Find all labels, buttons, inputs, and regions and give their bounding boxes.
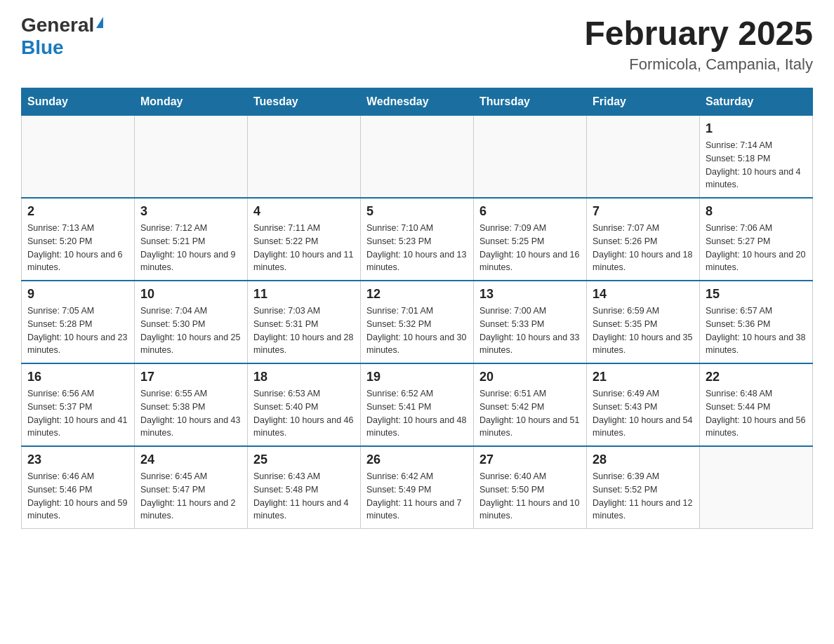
day-info: Sunrise: 7:07 AMSunset: 5:26 PMDaylight:…	[593, 222, 694, 274]
calendar-cell: 3Sunrise: 7:12 AMSunset: 5:21 PMDaylight…	[135, 198, 248, 281]
day-number: 20	[479, 370, 581, 384]
calendar-cell: 15Sunrise: 6:57 AMSunset: 5:36 PMDayligh…	[700, 281, 813, 363]
day-info: Sunrise: 6:52 AMSunset: 5:41 PMDaylight:…	[366, 387, 468, 440]
day-info: Sunrise: 6:49 AMSunset: 5:43 PMDaylight:…	[593, 387, 694, 440]
calendar-cell: 23Sunrise: 6:46 AMSunset: 5:46 PMDayligh…	[22, 446, 135, 529]
day-number: 26	[366, 452, 468, 467]
day-info: Sunrise: 7:04 AMSunset: 5:30 PMDaylight:…	[140, 304, 241, 357]
calendar-cell: 24Sunrise: 6:45 AMSunset: 5:47 PMDayligh…	[135, 446, 248, 529]
day-info: Sunrise: 6:51 AMSunset: 5:42 PMDaylight:…	[479, 387, 581, 440]
day-info: Sunrise: 7:06 AMSunset: 5:27 PMDaylight:…	[706, 222, 807, 274]
calendar-cell: 28Sunrise: 6:39 AMSunset: 5:52 PMDayligh…	[587, 446, 700, 529]
day-info: Sunrise: 7:12 AMSunset: 5:21 PMDaylight:…	[140, 222, 241, 274]
day-number: 2	[27, 204, 128, 219]
calendar-week-3: 9Sunrise: 7:05 AMSunset: 5:28 PMDaylight…	[22, 281, 813, 363]
col-thursday: Thursday	[474, 88, 587, 116]
calendar-cell: 22Sunrise: 6:48 AMSunset: 5:44 PMDayligh…	[700, 363, 813, 446]
day-number: 9	[27, 287, 128, 302]
day-info: Sunrise: 6:55 AMSunset: 5:38 PMDaylight:…	[140, 387, 241, 440]
day-info: Sunrise: 6:43 AMSunset: 5:48 PMDaylight:…	[253, 470, 355, 523]
day-number: 1	[706, 121, 807, 136]
day-info: Sunrise: 6:53 AMSunset: 5:40 PMDaylight:…	[253, 387, 355, 440]
logo-triangle-icon	[96, 17, 103, 28]
location-title: Formicola, Campania, Italy	[584, 55, 813, 74]
day-info: Sunrise: 6:48 AMSunset: 5:44 PMDaylight:…	[706, 387, 807, 440]
day-info: Sunrise: 7:13 AMSunset: 5:20 PMDaylight:…	[27, 222, 128, 274]
day-number: 12	[366, 287, 468, 302]
day-number: 13	[479, 287, 581, 302]
col-saturday: Saturday	[700, 88, 813, 116]
calendar-cell: 26Sunrise: 6:42 AMSunset: 5:49 PMDayligh…	[361, 446, 474, 529]
calendar-cell: 7Sunrise: 7:07 AMSunset: 5:26 PMDaylight…	[587, 198, 700, 281]
calendar-cell	[248, 116, 361, 199]
calendar-week-1: 1Sunrise: 7:14 AMSunset: 5:18 PMDaylight…	[22, 116, 813, 199]
calendar-cell: 9Sunrise: 7:05 AMSunset: 5:28 PMDaylight…	[22, 281, 135, 363]
day-info: Sunrise: 7:00 AMSunset: 5:33 PMDaylight:…	[479, 304, 581, 357]
calendar-cell: 14Sunrise: 6:59 AMSunset: 5:35 PMDayligh…	[587, 281, 700, 363]
day-info: Sunrise: 6:57 AMSunset: 5:36 PMDaylight:…	[706, 304, 807, 357]
day-info: Sunrise: 7:10 AMSunset: 5:23 PMDaylight:…	[366, 222, 468, 274]
calendar-week-4: 16Sunrise: 6:56 AMSunset: 5:37 PMDayligh…	[22, 363, 813, 446]
col-sunday: Sunday	[22, 88, 135, 116]
calendar-cell: 17Sunrise: 6:55 AMSunset: 5:38 PMDayligh…	[135, 363, 248, 446]
title-area: February 2025 Formicola, Campania, Italy	[584, 14, 813, 74]
day-number: 5	[366, 204, 468, 219]
calendar-cell: 10Sunrise: 7:04 AMSunset: 5:30 PMDayligh…	[135, 281, 248, 363]
day-number: 11	[253, 287, 355, 302]
calendar-week-5: 23Sunrise: 6:46 AMSunset: 5:46 PMDayligh…	[22, 446, 813, 529]
day-number: 25	[253, 452, 355, 467]
day-info: Sunrise: 6:42 AMSunset: 5:49 PMDaylight:…	[366, 470, 468, 523]
day-info: Sunrise: 7:14 AMSunset: 5:18 PMDaylight:…	[706, 139, 807, 192]
day-number: 4	[253, 204, 355, 219]
calendar-cell	[22, 116, 135, 199]
calendar-cell	[587, 116, 700, 199]
day-info: Sunrise: 7:01 AMSunset: 5:32 PMDaylight:…	[366, 304, 468, 357]
calendar-table: Sunday Monday Tuesday Wednesday Thursday…	[21, 88, 813, 529]
calendar-cell: 1Sunrise: 7:14 AMSunset: 5:18 PMDaylight…	[700, 116, 813, 199]
day-info: Sunrise: 6:56 AMSunset: 5:37 PMDaylight:…	[27, 387, 128, 440]
day-number: 7	[593, 204, 694, 219]
col-monday: Monday	[135, 88, 248, 116]
calendar-cell: 5Sunrise: 7:10 AMSunset: 5:23 PMDaylight…	[361, 198, 474, 281]
day-number: 27	[479, 452, 581, 467]
calendar-cell: 21Sunrise: 6:49 AMSunset: 5:43 PMDayligh…	[587, 363, 700, 446]
calendar-cell: 13Sunrise: 7:00 AMSunset: 5:33 PMDayligh…	[474, 281, 587, 363]
day-info: Sunrise: 6:40 AMSunset: 5:50 PMDaylight:…	[479, 470, 581, 523]
day-info: Sunrise: 6:39 AMSunset: 5:52 PMDaylight:…	[593, 470, 694, 523]
calendar-cell: 6Sunrise: 7:09 AMSunset: 5:25 PMDaylight…	[474, 198, 587, 281]
logo-blue-text: Blue	[21, 36, 64, 59]
logo: General Blue	[21, 14, 103, 59]
day-info: Sunrise: 7:05 AMSunset: 5:28 PMDaylight:…	[27, 304, 128, 357]
calendar-cell	[700, 446, 813, 529]
calendar-cell: 4Sunrise: 7:11 AMSunset: 5:22 PMDaylight…	[248, 198, 361, 281]
day-number: 28	[593, 452, 694, 467]
calendar-cell: 11Sunrise: 7:03 AMSunset: 5:31 PMDayligh…	[248, 281, 361, 363]
day-info: Sunrise: 7:09 AMSunset: 5:25 PMDaylight:…	[479, 222, 581, 274]
calendar-cell	[135, 116, 248, 199]
day-number: 10	[140, 287, 241, 302]
day-info: Sunrise: 7:11 AMSunset: 5:22 PMDaylight:…	[253, 222, 355, 274]
calendar-cell: 20Sunrise: 6:51 AMSunset: 5:42 PMDayligh…	[474, 363, 587, 446]
day-info: Sunrise: 6:59 AMSunset: 5:35 PMDaylight:…	[593, 304, 694, 357]
day-number: 22	[706, 370, 807, 384]
calendar-cell: 12Sunrise: 7:01 AMSunset: 5:32 PMDayligh…	[361, 281, 474, 363]
day-number: 14	[593, 287, 694, 302]
day-number: 21	[593, 370, 694, 384]
calendar-cell: 16Sunrise: 6:56 AMSunset: 5:37 PMDayligh…	[22, 363, 135, 446]
day-number: 6	[479, 204, 581, 219]
day-info: Sunrise: 6:45 AMSunset: 5:47 PMDaylight:…	[140, 470, 241, 523]
day-number: 3	[140, 204, 241, 219]
day-number: 17	[140, 370, 241, 384]
calendar-cell: 18Sunrise: 6:53 AMSunset: 5:40 PMDayligh…	[248, 363, 361, 446]
day-number: 15	[706, 287, 807, 302]
day-number: 16	[27, 370, 128, 384]
calendar-cell: 25Sunrise: 6:43 AMSunset: 5:48 PMDayligh…	[248, 446, 361, 529]
calendar-cell	[361, 116, 474, 199]
day-number: 18	[253, 370, 355, 384]
calendar-week-2: 2Sunrise: 7:13 AMSunset: 5:20 PMDaylight…	[22, 198, 813, 281]
col-wednesday: Wednesday	[361, 88, 474, 116]
day-info: Sunrise: 6:46 AMSunset: 5:46 PMDaylight:…	[27, 470, 128, 523]
calendar-cell: 19Sunrise: 6:52 AMSunset: 5:41 PMDayligh…	[361, 363, 474, 446]
calendar-cell: 27Sunrise: 6:40 AMSunset: 5:50 PMDayligh…	[474, 446, 587, 529]
calendar-header-row: Sunday Monday Tuesday Wednesday Thursday…	[22, 88, 813, 116]
